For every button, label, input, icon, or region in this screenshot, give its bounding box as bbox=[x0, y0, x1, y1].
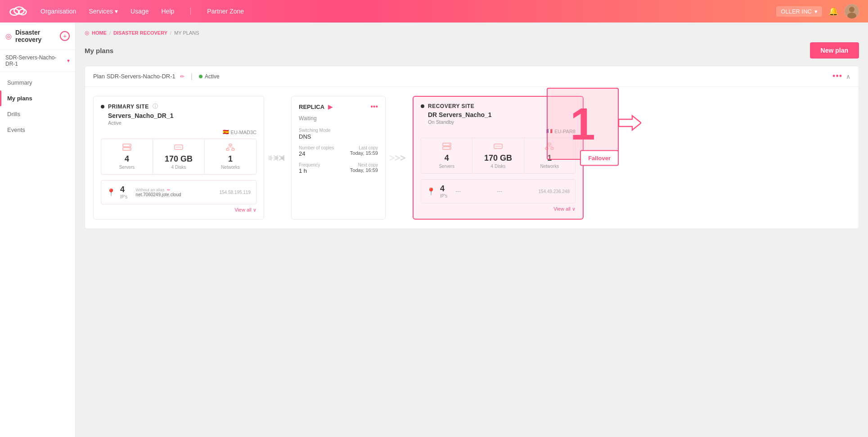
sidebar-item-my-plans[interactable]: My plans bbox=[0, 90, 75, 106]
nav-services[interactable]: Services ▾ bbox=[89, 8, 118, 15]
page-title: My plans bbox=[85, 47, 113, 54]
primary-site-status: Active bbox=[108, 120, 256, 126]
primary-site-title: PRIMARY SITE bbox=[108, 104, 149, 110]
sidebar-title: Disaster recovery bbox=[15, 29, 56, 43]
primary-servers-label: Servers bbox=[119, 165, 135, 170]
replica-more-button[interactable]: ••• bbox=[370, 103, 378, 111]
svg-point-8 bbox=[129, 145, 130, 146]
sidebar-selector-text: SDR-Servers-Nacho-DR-1 bbox=[5, 54, 65, 67]
topnav: Organisation Services ▾ Usage Help Partn… bbox=[0, 0, 868, 23]
sidebar-add-button[interactable]: + bbox=[60, 31, 70, 41]
plan-actions: ••• ∧ bbox=[832, 72, 850, 81]
svg-rect-27 bbox=[545, 148, 548, 149]
edit-icon[interactable]: ✏ bbox=[180, 73, 184, 80]
sidebar-item-summary[interactable]: Summary bbox=[0, 75, 75, 90]
plan-name: Plan SDR-Servers-Nacho-DR-1 bbox=[93, 73, 175, 80]
primary-site-name: Servers_Nacho_DR_1 bbox=[108, 112, 256, 119]
info-icon[interactable]: ⓘ bbox=[153, 103, 158, 110]
svg-point-2 bbox=[19, 9, 26, 15]
recovery-ip-dots1: --- bbox=[455, 188, 492, 194]
recovery-disks-label: 4 Disks bbox=[491, 164, 506, 169]
recovery-networks-stat: 1 Networks bbox=[524, 138, 575, 173]
replica-copies-row: Number of copies 24 Last copy Today, 15:… bbox=[299, 145, 378, 157]
avatar[interactable] bbox=[845, 4, 859, 18]
topnav-right: OLLER INC ▾ 🔔 bbox=[776, 4, 859, 18]
recovery-site-card: 1 RECOVERY SITE bbox=[413, 96, 584, 220]
primary-view-all[interactable]: View all ∨ bbox=[101, 207, 256, 213]
org-selector[interactable]: OLLER INC ▾ bbox=[776, 6, 822, 17]
svg-rect-14 bbox=[232, 149, 234, 150]
arrows-right bbox=[386, 96, 413, 220]
breadcrumb-home[interactable]: HOME bbox=[92, 30, 107, 36]
primary-site-header: PRIMARY SITE ⓘ bbox=[101, 103, 256, 110]
recovery-ip-row: 📍 4 IP's --- --- 154.49.236.248 bbox=[421, 179, 576, 203]
replica-header: REPLICA ▶ ••• bbox=[299, 103, 378, 111]
primary-ip-row: 📍 4 IP's Without an alias ✏ net.7060 bbox=[101, 180, 256, 204]
primary-servers-value: 4 bbox=[125, 154, 129, 164]
ip-location-icon: 📍 bbox=[107, 188, 116, 197]
breadcrumb-disaster-recovery[interactable]: DISASTER RECOVERY bbox=[113, 30, 167, 36]
recovery-ip-location-icon: 📍 bbox=[427, 187, 436, 196]
replica-frequency-row: Frequency 1 h Next copy Today, 16:59 bbox=[299, 162, 378, 174]
disaster-recovery-icon: ◎ bbox=[5, 32, 12, 41]
recovery-servers-value: 4 bbox=[445, 153, 449, 163]
primary-ip-alias-val: net.7060249.jote.cloud bbox=[135, 192, 215, 197]
recovery-site-title: RECOVERY SITE bbox=[428, 103, 474, 109]
layout: ◎ Disaster recovery + SDR-Servers-Nacho-… bbox=[0, 23, 868, 437]
sidebar-item-events[interactable]: Events bbox=[0, 122, 75, 138]
replica-title: REPLICA bbox=[299, 104, 324, 110]
plan-collapse-button[interactable]: ∧ bbox=[846, 73, 850, 80]
alias-edit-icon[interactable]: ✏ bbox=[167, 188, 171, 192]
sidebar-nav: Summary My plans Drills Events bbox=[0, 72, 75, 138]
sidebar: ◎ Disaster recovery + SDR-Servers-Nacho-… bbox=[0, 23, 76, 437]
primary-disks-stat: 170 GB 4 Disks bbox=[153, 139, 205, 174]
nav-help[interactable]: Help bbox=[162, 8, 175, 15]
recovery-ip-count: 4 bbox=[440, 184, 447, 194]
primary-site-dot bbox=[101, 105, 104, 108]
logo[interactable] bbox=[9, 4, 27, 19]
primary-networks-label: Networks bbox=[221, 165, 240, 170]
recovery-stats-row: 4 Servers 170 GB 4 Disks bbox=[421, 138, 576, 174]
nav-organisation[interactable]: Organisation bbox=[40, 8, 76, 15]
new-plan-button[interactable]: New plan bbox=[810, 42, 859, 59]
bell-icon[interactable]: 🔔 bbox=[828, 6, 838, 16]
recovery-ip-label: IP's bbox=[440, 194, 447, 198]
spain-flag-icon: 🇪🇸 bbox=[223, 129, 229, 135]
primary-stats-row: 4 Servers 170 GB 4 Disks bbox=[101, 139, 256, 175]
primary-disks-value: 170 GB bbox=[165, 154, 193, 164]
breadcrumb-icon: ◎ bbox=[85, 30, 89, 36]
recovery-site-region: 🇫🇷 EU-PAR8 bbox=[421, 128, 576, 134]
network-icon bbox=[226, 144, 235, 153]
replica-card: REPLICA ▶ ••• Waiting Switching mode DNS… bbox=[291, 96, 386, 220]
fallover-button[interactable]: Fallover bbox=[580, 150, 619, 166]
sidebar-selector[interactable]: SDR-Servers-Nacho-DR-1 ▾ bbox=[0, 50, 75, 72]
svg-point-9 bbox=[129, 149, 130, 149]
primary-site-region: 🇪🇸 EU-MAD3C bbox=[101, 129, 256, 135]
nav-partner-zone[interactable]: Partner Zone bbox=[207, 8, 244, 15]
topnav-links: Organisation Services ▾ Usage Help Partn… bbox=[40, 8, 776, 15]
sidebar-item-drills[interactable]: Drills bbox=[0, 106, 75, 122]
primary-ip-address: 154.58.195.119 bbox=[219, 190, 251, 195]
org-arrow-icon: ▾ bbox=[814, 8, 818, 15]
recovery-disks-stat: 170 GB 4 Disks bbox=[472, 138, 524, 173]
primary-servers-stat: 4 Servers bbox=[101, 139, 153, 174]
org-name: OLLER INC bbox=[781, 8, 812, 15]
recovery-view-all[interactable]: View all ∨ bbox=[421, 206, 576, 212]
svg-rect-12 bbox=[229, 144, 232, 146]
recovery-ip-dots2: --- bbox=[497, 188, 534, 194]
recovery-servers-stat: 4 Servers bbox=[421, 138, 472, 173]
recovery-site-dot bbox=[421, 104, 424, 108]
nav-usage[interactable]: Usage bbox=[130, 8, 148, 15]
disk-icon bbox=[174, 144, 183, 153]
plan-more-button[interactable]: ••• bbox=[832, 72, 842, 81]
recovery-site-header: RECOVERY SITE bbox=[421, 103, 576, 109]
primary-ip-alias-label: Without an alias ✏ bbox=[135, 188, 215, 192]
primary-ip-count: 4 bbox=[120, 185, 127, 194]
plan-card-header: Plan SDR-Servers-Nacho-DR-1 ✏ | Active •… bbox=[85, 66, 859, 87]
recovery-disk-icon bbox=[494, 143, 503, 152]
recovery-networks-label: Networks bbox=[540, 164, 559, 169]
recovery-disks-value: 170 GB bbox=[484, 153, 512, 163]
recovery-network-icon bbox=[545, 143, 554, 152]
recovery-site-status: On Standby bbox=[428, 119, 576, 125]
primary-networks-value: 1 bbox=[228, 154, 233, 164]
